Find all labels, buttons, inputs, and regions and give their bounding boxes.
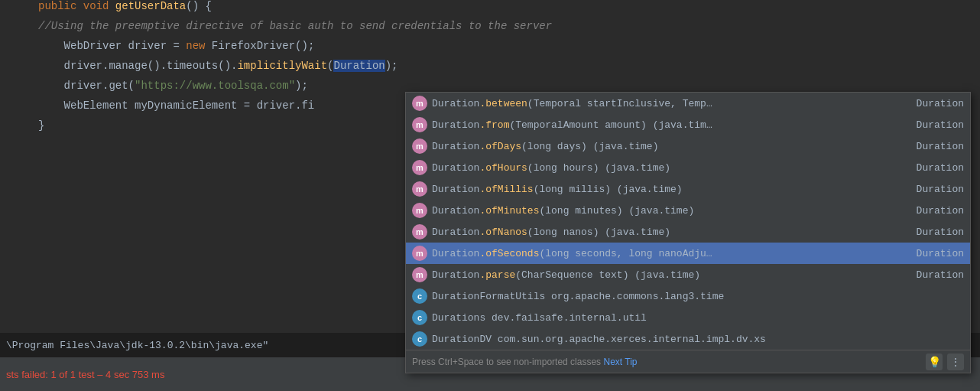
return-type: Duration [901, 98, 964, 109]
next-tip-link[interactable]: Next Tip [603, 357, 637, 367]
code-line-2: //Using the preemptive directive of basi… [0, 20, 980, 40]
return-type: Duration [901, 119, 964, 131]
return-type: Duration [901, 269, 964, 281]
autocomplete-text: DurationFormatUtils org.apache.commons.l… [432, 291, 964, 302]
string-url: "https://www.toolsqa.com" [135, 80, 295, 92]
keyword-void: void [83, 0, 109, 12]
autocomplete-text: Duration.ofMinutes(long minutes) (java.t… [432, 205, 901, 217]
autocomplete-item[interactable]: m Duration.ofMinutes(long minutes) (java… [406, 200, 970, 221]
tests-failed-text: sts failed: 1 of 1 test – 4 sec 753 ms [0, 369, 164, 380]
autocomplete-text: Duration.between(Temporal startInclusive… [432, 98, 901, 109]
bulb-icon[interactable]: 💡 [926, 354, 943, 370]
autocomplete-item[interactable]: m Duration.ofDays(long days) (java.time)… [406, 135, 970, 157]
autocomplete-text: Duration.ofNanos(long nanos) (java.time) [432, 226, 901, 238]
return-type: Duration [901, 226, 964, 238]
autocomplete-item[interactable]: m Duration.parse(CharSequence text) (jav… [406, 264, 970, 285]
comment-text: //Using the preemptive directive of basi… [38, 20, 552, 32]
return-type: Duration [901, 248, 964, 259]
terminal-path: \Program Files\Java\jdk-13.0.2\bin\java.… [6, 340, 268, 351]
keyword-new: new [186, 40, 205, 52]
method-implicitlywait: implicitlyWait [237, 60, 327, 72]
code-line-3: WebDriver driver = new FirefoxDriver(); [0, 40, 980, 60]
autocomplete-item[interactable]: c DurationFormatUtils org.apache.commons… [406, 285, 970, 307]
autocomplete-text: Duration.ofHours(long hours) (java.time) [432, 162, 901, 174]
autocomplete-text: Duration.parse(CharSequence text) (java.… [432, 269, 901, 281]
return-type: Duration [901, 162, 964, 174]
return-type: Duration [901, 184, 964, 195]
class-icon: c [412, 288, 427, 304]
return-type: Duration [901, 205, 964, 217]
autocomplete-item[interactable]: m Duration.ofNanos(long nanos) (java.tim… [406, 221, 970, 243]
autocomplete-text: Duration.ofSeconds(long seconds, long na… [432, 248, 901, 259]
footer-action-icons: 💡 ⋮ [926, 354, 964, 370]
autocomplete-item[interactable]: c Durations dev.failsafe.internal.util [406, 307, 970, 328]
method-icon: m [412, 117, 427, 132]
keyword-public: public [38, 0, 76, 12]
code-line-4: driver.manage().timeouts(). implicitlyWa… [0, 60, 980, 80]
method-icon: m [412, 203, 427, 218]
autocomplete-text: DurationDV com.sun.org.apache.xerces.int… [432, 334, 964, 345]
autocomplete-text: Duration.ofDays(long days) (java.time) [432, 141, 901, 152]
function-name: getUserData [115, 0, 186, 12]
autocomplete-footer: Press Ctrl+Space to see non-imported cla… [406, 350, 970, 373]
footer-hint-text: Press Ctrl+Space to see non-imported cla… [412, 357, 601, 367]
method-icon: m [412, 138, 427, 154]
autocomplete-text: Durations dev.failsafe.internal.util [432, 312, 964, 324]
method-icon: m [412, 96, 427, 111]
method-icon: m [412, 160, 427, 175]
footer-hint: Press Ctrl+Space to see non-imported cla… [412, 357, 637, 367]
duration-selected: Duration [333, 60, 385, 72]
method-icon: m [412, 246, 427, 261]
method-icon: m [412, 181, 427, 197]
autocomplete-item[interactable]: c DurationDV com.sun.org.apache.xerces.i… [406, 328, 970, 350]
class-icon: c [412, 310, 427, 325]
autocomplete-item[interactable]: m Duration.ofHours(long hours) (java.tim… [406, 157, 970, 178]
autocomplete-item-selected[interactable]: m Duration.ofSeconds(long seconds, long … [406, 243, 970, 264]
autocomplete-item[interactable]: m Duration.between(Temporal startInclusi… [406, 93, 970, 114]
autocomplete-text: Duration.from(TemporalAmount amount) (ja… [432, 119, 901, 131]
autocomplete-dropdown[interactable]: m Duration.between(Temporal startInclusi… [405, 92, 971, 373]
menu-icon[interactable]: ⋮ [947, 354, 964, 370]
class-icon: c [412, 331, 427, 347]
autocomplete-text: Duration.ofMillis(long millis) (java.tim… [432, 184, 901, 195]
method-icon: m [412, 224, 427, 239]
return-type: Duration [901, 141, 964, 152]
method-icon: m [412, 267, 427, 282]
autocomplete-item[interactable]: m Duration.from(TemporalAmount amount) (… [406, 114, 970, 135]
autocomplete-item[interactable]: m Duration.ofMillis(long millis) (java.t… [406, 178, 970, 200]
code-line-1: public void getUserData () { [0, 0, 980, 20]
